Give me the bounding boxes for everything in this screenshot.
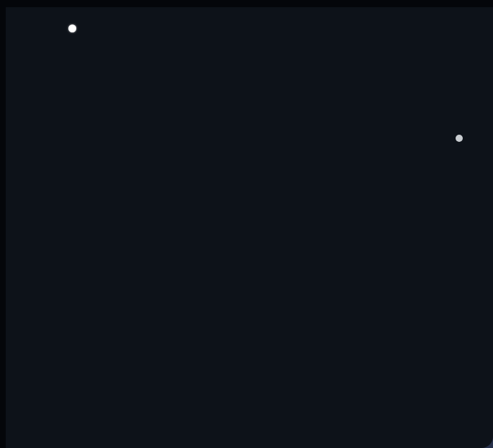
menu-panel [6, 7, 493, 448]
cursor-dot [68, 24, 76, 32]
stray-dot [456, 135, 463, 142]
mason-menu-window: MASON Aimbot Visuals World [0, 0, 493, 448]
